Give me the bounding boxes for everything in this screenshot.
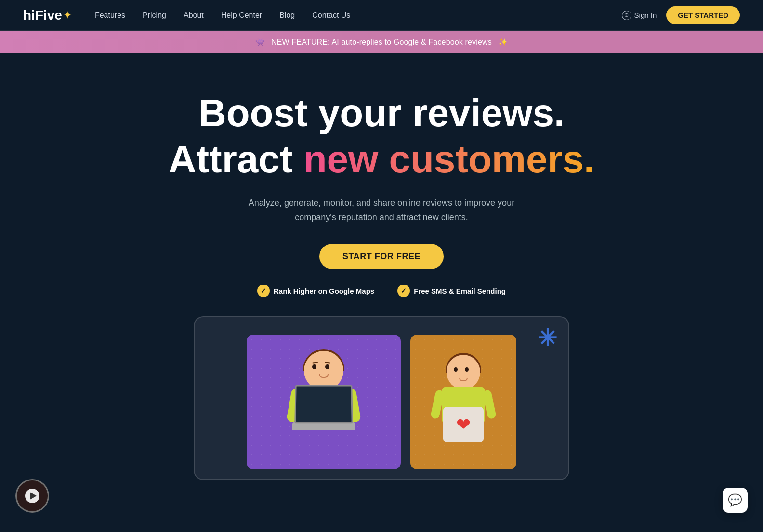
get-started-button[interactable]: GET STARTED	[666, 6, 740, 24]
nav-features[interactable]: Features	[95, 11, 125, 20]
play-triangle-icon	[30, 492, 37, 500]
check-icon-1: ✓	[257, 285, 270, 297]
banner-emoji: 👾	[255, 38, 265, 46]
badge-label-1: Rank Higher on Google Maps	[274, 287, 374, 295]
badge-google-maps: ✓ Rank Higher on Google Maps	[257, 285, 374, 297]
sparkle-icon: ✨	[498, 38, 508, 46]
nav-blog[interactable]: Blog	[279, 11, 295, 20]
hero-badges: ✓ Rank Higher on Google Maps ✓ Free SMS …	[257, 285, 506, 297]
nav-about[interactable]: About	[184, 11, 204, 20]
asterisk-icon: ✳	[538, 327, 557, 350]
demo-card-girl: ❤	[410, 335, 516, 469]
hero-title-bold: reviews.	[412, 91, 565, 134]
demo-section: ✳	[194, 316, 569, 480]
badge-label-2: Free SMS & Email Sending	[414, 287, 506, 295]
demo-card-boy	[247, 335, 401, 469]
hero-title-attract: Attract	[169, 138, 303, 181]
navbar: hiFive✦ Features Pricing About Help Cent…	[0, 0, 763, 31]
hero-title-line1: Boost your reviews.	[198, 92, 565, 134]
play-icon	[25, 489, 39, 503]
heart-icon: ❤	[456, 415, 471, 435]
chat-support-button[interactable]: 💬	[723, 488, 748, 513]
logo-star-icon: ✦	[63, 9, 72, 22]
check-icon-2: ✓	[397, 285, 410, 297]
nav-contact[interactable]: Contact Us	[312, 11, 350, 20]
video-play-button[interactable]	[15, 479, 49, 513]
user-icon: ⊙	[622, 11, 631, 20]
hero-title-line2: Attract new customers.	[169, 138, 595, 181]
badge-sms-email: ✓ Free SMS & Email Sending	[397, 285, 506, 297]
banner-text: NEW FEATURE: AI auto-replies to Google &…	[271, 38, 492, 46]
hero-section: Boost your reviews. Attract new customer…	[0, 53, 763, 499]
sign-in-button[interactable]: ⊙ Sign In	[622, 11, 657, 20]
nav-links: Features Pricing About Help Center Blog …	[95, 11, 622, 20]
hero-gradient-text: new customers.	[303, 138, 595, 181]
sign-in-label: Sign In	[634, 11, 657, 19]
nav-right: ⊙ Sign In GET STARTED	[622, 6, 740, 24]
nav-pricing[interactable]: Pricing	[143, 11, 166, 20]
nav-help-center[interactable]: Help Center	[221, 11, 262, 20]
start-free-button[interactable]: START FOR FREE	[319, 244, 444, 269]
logo[interactable]: hiFive✦	[23, 8, 72, 23]
hero-title-normal: Boost your	[198, 91, 412, 134]
chat-icon: 💬	[728, 493, 742, 507]
hero-subtitle: Analyze, generate, monitor, and share on…	[247, 196, 516, 224]
announcement-banner[interactable]: 👾 NEW FEATURE: AI auto-replies to Google…	[0, 31, 763, 53]
logo-text: hiFive	[23, 8, 62, 23]
